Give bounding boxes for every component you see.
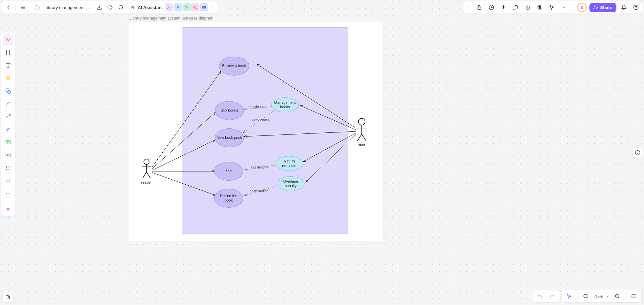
svg-line-83 xyxy=(618,297,619,298)
comment-button[interactable] xyxy=(511,3,520,12)
svg-rect-41 xyxy=(6,169,7,170)
zoom-in-button[interactable] xyxy=(613,292,622,301)
usecase-borrow[interactable]: Borrow a book xyxy=(219,57,249,75)
usecase-manage[interactable]: Management books xyxy=(271,97,299,112)
connector-button[interactable] xyxy=(3,98,13,109)
list-button[interactable] xyxy=(3,162,13,173)
page-title: Library management system use case diagr… xyxy=(129,16,213,21)
shape-button[interactable] xyxy=(3,86,13,96)
pen-button[interactable] xyxy=(3,111,13,122)
undo-button[interactable] xyxy=(535,292,544,301)
app-logo-button[interactable]: b xyxy=(3,203,13,214)
svg-text:T: T xyxy=(7,154,8,156)
help-button[interactable] xyxy=(631,3,641,12)
actor-staff[interactable]: staff xyxy=(356,118,368,147)
svg-point-6 xyxy=(168,6,168,7)
ai-tool-image[interactable] xyxy=(165,3,173,11)
system-boundary[interactable] xyxy=(182,27,348,234)
chevron-down-icon[interactable] xyxy=(606,295,609,298)
svg-rect-15 xyxy=(541,7,542,9)
svg-point-50 xyxy=(9,193,10,194)
actor-reader[interactable]: reader xyxy=(141,159,152,184)
bell-button[interactable] xyxy=(619,3,629,12)
pointer-button[interactable] xyxy=(565,292,574,301)
extend-label: <<extend>> xyxy=(251,165,268,169)
top-toolbar-right: b Share xyxy=(463,1,643,13)
sparkle-button[interactable] xyxy=(499,3,508,12)
share-button[interactable]: Share xyxy=(589,3,616,12)
chevron-right-icon[interactable] xyxy=(465,5,472,9)
text-block-button[interactable]: T xyxy=(3,150,13,160)
chevron-left-icon[interactable] xyxy=(209,5,216,9)
table-button[interactable] xyxy=(3,137,13,148)
usecase-find[interactable]: find xyxy=(214,162,243,181)
divider xyxy=(573,4,573,11)
columns-button[interactable] xyxy=(3,175,13,186)
chevron-down-icon[interactable] xyxy=(559,3,569,12)
svg-marker-11 xyxy=(491,6,492,8)
svg-rect-47 xyxy=(9,179,10,183)
zoom-group: 75% xyxy=(562,290,641,302)
ai-tool-chat[interactable] xyxy=(200,3,208,11)
svg-point-49 xyxy=(8,193,8,194)
highlighter-button[interactable] xyxy=(3,124,13,135)
search-button[interactable] xyxy=(116,2,126,12)
sticky-note-button[interactable] xyxy=(3,73,13,84)
templates-button[interactable] xyxy=(3,34,13,45)
svg-rect-28 xyxy=(6,89,9,92)
zoom-level[interactable]: 75% xyxy=(594,294,603,299)
text-button[interactable] xyxy=(3,60,13,71)
more-button[interactable] xyxy=(3,188,13,199)
play-button[interactable] xyxy=(487,3,496,12)
divider xyxy=(30,4,30,11)
usecase-reminder[interactable]: Return reminder xyxy=(276,156,303,171)
cloud-sync-icon[interactable] xyxy=(32,2,42,12)
frame-button[interactable] xyxy=(3,47,13,58)
share-label: Share xyxy=(600,5,612,10)
lock-button[interactable] xyxy=(475,3,484,12)
divider xyxy=(128,4,128,11)
svg-point-16 xyxy=(594,6,596,7)
svg-line-76 xyxy=(357,134,362,141)
ai-assistant-label[interactable]: AI Assistant xyxy=(136,5,164,10)
info-button[interactable] xyxy=(633,148,643,158)
usecase-penalty[interactable]: Overtime penalty xyxy=(277,176,304,191)
menu-button[interactable] xyxy=(18,2,28,12)
svg-rect-39 xyxy=(6,166,7,167)
grid-button[interactable] xyxy=(535,3,545,12)
minimap-button[interactable] xyxy=(629,292,639,301)
ai-tool-p[interactable]: P xyxy=(174,3,182,11)
download-button[interactable] xyxy=(94,2,104,12)
left-toolbar: T b xyxy=(1,32,15,216)
svg-rect-13 xyxy=(538,6,539,9)
timer-button[interactable] xyxy=(523,3,533,12)
top-toolbar-left: Library management sys... AI Assistant P xyxy=(1,1,218,13)
cursor-button[interactable] xyxy=(547,3,557,12)
zoom-out-button[interactable] xyxy=(581,292,590,301)
divider xyxy=(15,4,16,11)
svg-line-77 xyxy=(362,134,366,141)
ai-tool-mind[interactable] xyxy=(191,3,199,11)
svg-point-48 xyxy=(6,193,7,194)
avatar[interactable]: b xyxy=(577,3,587,12)
back-button[interactable] xyxy=(3,2,13,12)
svg-line-72 xyxy=(147,172,151,178)
document-name[interactable]: Library management sys... xyxy=(43,5,94,10)
tag-button[interactable] xyxy=(105,2,115,12)
actor-reader-label: reader xyxy=(141,180,152,184)
svg-rect-78 xyxy=(6,296,9,298)
layers-button[interactable] xyxy=(3,292,13,302)
extend-label: <<extend>> xyxy=(250,189,268,192)
svg-point-68 xyxy=(144,159,149,164)
redo-button[interactable] xyxy=(548,292,557,301)
svg-rect-8 xyxy=(202,6,206,8)
divider xyxy=(625,293,626,300)
svg-text:b: b xyxy=(7,208,8,210)
svg-rect-30 xyxy=(6,141,10,144)
svg-point-29 xyxy=(8,91,11,94)
usecase-buy[interactable]: Buy books xyxy=(215,101,244,120)
usecase-return[interactable]: Return the book xyxy=(214,189,243,208)
usecase-newpush[interactable]: New book push xyxy=(215,128,244,147)
svg-rect-45 xyxy=(6,179,7,183)
ai-tool-flow[interactable] xyxy=(183,3,191,11)
